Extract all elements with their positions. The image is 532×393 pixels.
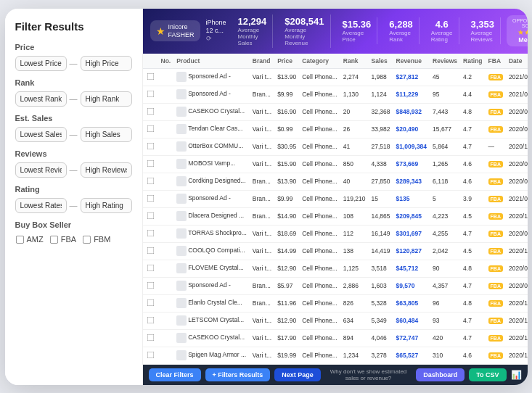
table-row[interactable]: Cordking Designed...Bran...$13.90Cell Ph… (143, 173, 528, 190)
row-product: FLOVEME Crystal... (173, 260, 250, 277)
table-row[interactable]: Dlacera Designed ...Bran...$14.90Cell Ph… (143, 207, 528, 225)
row-cell: Vari t... (250, 242, 274, 260)
row-checkbox[interactable] (147, 73, 154, 80)
rating-low-input[interactable] (15, 198, 67, 213)
reviews-high-input[interactable] (81, 162, 132, 178)
table-row[interactable]: Spigen Mag Armor ...Vari t...$19.99Cell … (143, 347, 528, 364)
row-cell: Vari t... (250, 155, 274, 173)
col-fba: FBA (486, 54, 506, 69)
row-product: CASEKOO Crystal... (173, 329, 250, 347)
row-checkbox[interactable] (147, 334, 154, 341)
buybox-fbm-label[interactable]: FBM (82, 235, 110, 244)
row-number (158, 120, 174, 138)
row-cell: 119,210 (340, 190, 369, 207)
row-checkbox[interactable] (147, 247, 154, 254)
table-row[interactable]: FLOVEME Crystal...Vari t...$12.90Cell Ph… (143, 260, 528, 277)
col-price: Price (274, 54, 299, 69)
table-row[interactable]: Elanlo Crystal Cle...Bran...$11.96Cell P… (143, 294, 528, 312)
table-row[interactable]: COOLQO Compati...Vari t...$14.99Cell Pho… (143, 242, 528, 260)
row-cell: 2020/07/31 (506, 260, 528, 277)
rank-high-input[interactable] (81, 91, 132, 107)
sales-low-input[interactable] (15, 127, 67, 142)
reviews-low-input[interactable] (15, 162, 67, 178)
row-cell: $11.96 (274, 294, 299, 312)
row-cell: 826 (340, 294, 369, 312)
row-checkbox[interactable] (147, 194, 154, 202)
price-high-input[interactable] (81, 56, 132, 71)
row-checkbox[interactable] (147, 212, 154, 219)
row-cell: 4.7 (460, 138, 485, 155)
row-number (158, 155, 174, 173)
row-checkbox[interactable] (147, 281, 154, 289)
row-checkbox[interactable] (147, 316, 154, 323)
clear-filters-button[interactable]: Clear Filters (149, 368, 201, 381)
row-cell: Vari t... (250, 225, 274, 242)
sales-high-input[interactable] (81, 127, 132, 142)
row-cell: $12.90 (274, 312, 299, 329)
row-checkbox[interactable] (147, 142, 154, 149)
table-row[interactable]: CASEKOO Crystal...Vari t...$17.90Cell Ph… (143, 329, 528, 347)
row-cell: 4.5 (460, 207, 485, 225)
row-cell: Cell Phone... (299, 190, 340, 207)
table-row[interactable]: Tendan Clear Cas...Vari t...$0.99Cell Ph… (143, 120, 528, 138)
row-cell: 96 (430, 294, 460, 312)
chart-icon[interactable]: 📊 (511, 370, 522, 380)
row-checkbox[interactable] (147, 90, 154, 97)
table-row[interactable]: Sponsored Ad -Vari t...$13.90Cell Phone.… (143, 68, 528, 86)
row-cell: $15.90 (274, 155, 299, 173)
row-checkbox[interactable] (147, 160, 154, 167)
opportunity-score: OPPORTUNITY SCORE ★★★★ Medium (507, 15, 527, 46)
price-low-input[interactable] (15, 56, 67, 71)
table-row[interactable]: OtterBox COMMU...Vari t...$30.95Cell Pho… (143, 138, 528, 155)
table-row[interactable]: LETSCOM Crystal...Vari t...$12.90Cell Ph… (143, 312, 528, 329)
row-checkbox[interactable] (147, 125, 154, 132)
filter-panel: Filter Results Price — Rank — Est. Sales… (5, 9, 143, 385)
row-cell: 4,255 (430, 225, 460, 242)
row-cell: Cell Phone... (299, 120, 340, 138)
buybox-fba-checkbox[interactable] (50, 235, 58, 243)
row-cell: 2020/11/10 (506, 329, 528, 347)
row-revenue: $289,343 (393, 173, 430, 190)
rank-low-input[interactable] (15, 91, 67, 107)
row-checkbox-cell (143, 347, 158, 364)
row-product: Spigen Mag Armor ... (173, 347, 250, 364)
buybox-fbm-checkbox[interactable] (83, 235, 91, 243)
row-checkbox-cell (143, 173, 158, 190)
csv-button[interactable]: To CSV (469, 368, 506, 381)
buybox-amz-label[interactable]: AMZ (15, 235, 44, 244)
row-checkbox-cell (143, 242, 158, 260)
row-cell: 3.9 (460, 190, 485, 207)
table-row[interactable]: MOBOSI Vamp...Vari t...$15.90Cell Phone.… (143, 155, 528, 173)
row-product: LETSCOM Crystal... (173, 312, 250, 329)
col-category: Category (299, 54, 340, 69)
row-cell: $12.90 (274, 260, 299, 277)
row-cell: 93 (430, 312, 460, 329)
row-product: Sponsored Ad - (173, 68, 250, 86)
row-cell: 4.6 (460, 155, 485, 173)
row-checkbox[interactable] (147, 229, 154, 236)
row-number (158, 347, 174, 364)
table-row[interactable]: TORRAS Shockpro...Vari t...$18.69Cell Ph… (143, 225, 528, 242)
col-reviews: Reviews (430, 54, 460, 69)
table-row[interactable]: Sponsored Ad -Bran...$5.97Cell Phone...2… (143, 277, 528, 294)
row-checkbox[interactable] (147, 177, 154, 184)
dashboard-button[interactable]: Dashboard (416, 368, 465, 381)
row-checkbox[interactable] (147, 264, 154, 271)
row-cell: $0.99 (274, 120, 299, 138)
rating-high-input[interactable] (81, 198, 132, 213)
row-fba: FBA (486, 68, 506, 86)
row-cell: 2020/08/11 (506, 277, 528, 294)
next-page-button[interactable]: Next Page (274, 368, 321, 381)
table-row[interactable]: CASEKOO Crystal...Vari t...$16.90Cell Ph… (143, 103, 528, 120)
filter-results-button[interactable]: + Filters Results (205, 368, 271, 381)
opp-value: Medium (512, 36, 527, 44)
table-row[interactable]: Sponsored Ad -Bran...$9.99Cell Phone...1… (143, 190, 528, 207)
buybox-amz-checkbox[interactable] (15, 235, 23, 243)
row-cell: 4,046 (369, 329, 393, 347)
row-checkbox[interactable] (147, 299, 154, 306)
buybox-fba-label[interactable]: FBA (49, 235, 76, 244)
table-row[interactable]: Sponsored Ad -Bran...$9.99Cell Phone...1… (143, 86, 528, 103)
row-checkbox[interactable] (147, 351, 154, 358)
table-body: Sponsored Ad -Vari t...$13.90Cell Phone.… (143, 68, 528, 364)
row-checkbox[interactable] (147, 107, 154, 115)
